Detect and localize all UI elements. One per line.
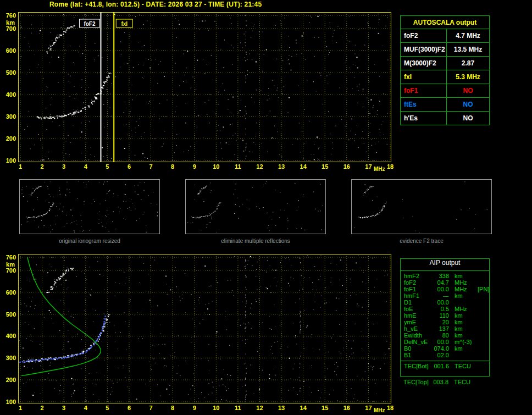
svg-text:1: 1 bbox=[19, 405, 22, 411]
param-label: B0 bbox=[404, 345, 431, 352]
param-extra bbox=[475, 312, 489, 319]
svg-text:5: 5 bbox=[106, 405, 109, 411]
station-date-title: Rome (lat: +41.8, lon: 012.5) - DATE: 20… bbox=[49, 1, 262, 8]
param-extra bbox=[475, 306, 489, 312]
svg-text:200: 200 bbox=[6, 135, 16, 142]
aip-row: Ewidth80km bbox=[401, 332, 489, 339]
svg-text:1: 1 bbox=[19, 163, 22, 170]
svg-text:MHz: MHz bbox=[374, 166, 385, 172]
svg-text:12: 12 bbox=[256, 405, 263, 411]
svg-text:15: 15 bbox=[322, 405, 328, 411]
param-label: hmE bbox=[404, 312, 431, 319]
svg-text:300: 300 bbox=[6, 355, 16, 361]
param-unit: MHz bbox=[449, 286, 475, 292]
aip-rows: hmF2338km foF204.7MHz foF100.0MHz[PN] hm… bbox=[401, 271, 489, 369]
svg-text:400: 400 bbox=[6, 333, 16, 339]
svg-text:3: 3 bbox=[62, 163, 65, 170]
top-ionogram: 100200300400500600700760km12345678910111… bbox=[6, 12, 394, 172]
param-unit bbox=[449, 352, 475, 358]
table-row: h'Es NO bbox=[401, 112, 490, 125]
param-label: TEC[Bot] bbox=[404, 363, 431, 369]
param-label: ftEs bbox=[401, 98, 447, 112]
param-label: M(3000)F2 bbox=[401, 57, 447, 70]
table-row: foF1 NO bbox=[401, 84, 490, 98]
aip-row: B102.0 bbox=[401, 352, 489, 358]
aip-row: hmE110km bbox=[401, 312, 489, 319]
svg-text:300: 300 bbox=[6, 113, 16, 120]
autoscala-output-table: AUTOSCALA output foF2 4.7 MHz MUF(3000)F… bbox=[400, 15, 490, 125]
aip-row: foF204.7MHz bbox=[401, 279, 489, 286]
panel-caption-eliminate: eliminate multiple reflections bbox=[185, 238, 326, 244]
param-unit: m^(-3) bbox=[449, 339, 475, 345]
param-label: Ewidth bbox=[404, 332, 431, 339]
param-unit: km bbox=[449, 312, 475, 319]
svg-text:3: 3 bbox=[62, 405, 65, 411]
aip-row: ymE20km bbox=[401, 319, 489, 325]
svg-text:10: 10 bbox=[213, 405, 219, 411]
param-value: 02.0 bbox=[431, 352, 449, 358]
aip-row: B0074.0km bbox=[401, 345, 489, 352]
param-value: 00.0 bbox=[431, 339, 449, 345]
aip-row: hmF2338km bbox=[401, 273, 489, 279]
svg-text:4: 4 bbox=[84, 163, 88, 170]
svg-text:8: 8 bbox=[171, 405, 174, 411]
param-value: 20 bbox=[431, 319, 449, 325]
svg-text:17: 17 bbox=[365, 405, 372, 411]
param-label: foF2 bbox=[401, 29, 447, 43]
panel-caption-evidence: evidence F2 trace bbox=[351, 238, 492, 244]
svg-text:700: 700 bbox=[6, 25, 16, 32]
svg-text:14: 14 bbox=[300, 405, 307, 411]
table-row: MUF(3000)F2 13.5 MHz bbox=[401, 43, 490, 57]
aip-row: foE0.5MHz bbox=[401, 306, 489, 312]
param-label: foF1 bbox=[404, 286, 431, 292]
svg-text:9: 9 bbox=[193, 163, 196, 170]
param-label: fxI bbox=[401, 70, 447, 84]
param-value: NO bbox=[447, 112, 490, 125]
param-value: 338 bbox=[431, 273, 449, 279]
param-label: foF2 bbox=[404, 279, 431, 286]
svg-text:15: 15 bbox=[322, 163, 328, 170]
svg-text:100: 100 bbox=[6, 157, 16, 164]
table-row: ftEs NO bbox=[401, 98, 490, 112]
svg-text:7: 7 bbox=[149, 405, 152, 411]
param-label: h'Es bbox=[401, 112, 447, 125]
param-value: 137 bbox=[431, 325, 449, 332]
param-extra bbox=[475, 319, 489, 325]
aip-row: D100.0 bbox=[401, 299, 489, 306]
param-extra bbox=[475, 379, 490, 385]
param-value: 04.7 bbox=[431, 279, 449, 286]
aip-row: hmF1---km bbox=[401, 292, 489, 299]
svg-text:5: 5 bbox=[106, 163, 109, 170]
mini-panel-1 bbox=[20, 180, 160, 234]
svg-text:6: 6 bbox=[128, 163, 131, 170]
param-unit: km bbox=[449, 273, 475, 279]
svg-text:10: 10 bbox=[213, 163, 219, 170]
svg-text:4: 4 bbox=[84, 405, 88, 411]
aip-tec-top: TEC[Top]003.8TECU bbox=[400, 379, 490, 385]
param-extra bbox=[475, 345, 489, 352]
svg-text:600: 600 bbox=[6, 289, 16, 296]
param-label: MUF(3000)F2 bbox=[401, 43, 447, 57]
mini-panel-3 bbox=[352, 180, 492, 234]
param-label: h_vE bbox=[404, 325, 431, 332]
svg-text:fxI: fxI bbox=[121, 21, 128, 27]
param-label: TEC[Top] bbox=[403, 379, 431, 385]
param-unit: TECU bbox=[449, 363, 475, 369]
svg-text:MHz: MHz bbox=[374, 407, 385, 413]
bottom-ionogram: 100200300400500600700760km12345678910111… bbox=[6, 254, 394, 413]
svg-text:600: 600 bbox=[6, 47, 16, 54]
param-value: 074.0 bbox=[431, 345, 449, 352]
param-unit: km bbox=[449, 292, 475, 299]
aip-row: h_vE137km bbox=[401, 325, 489, 332]
param-label: D1 bbox=[404, 299, 431, 306]
table-row: foF2 4.7 MHz bbox=[401, 29, 490, 43]
param-label: ymE bbox=[404, 319, 431, 325]
param-unit: km bbox=[449, 319, 475, 325]
param-unit: km bbox=[449, 345, 475, 352]
svg-text:200: 200 bbox=[6, 377, 16, 383]
svg-text:16: 16 bbox=[343, 163, 350, 170]
param-unit: MHz bbox=[449, 306, 475, 312]
param-value: 13.5 MHz bbox=[447, 43, 490, 57]
svg-text:2: 2 bbox=[41, 163, 44, 170]
svg-text:760: 760 bbox=[6, 254, 16, 261]
